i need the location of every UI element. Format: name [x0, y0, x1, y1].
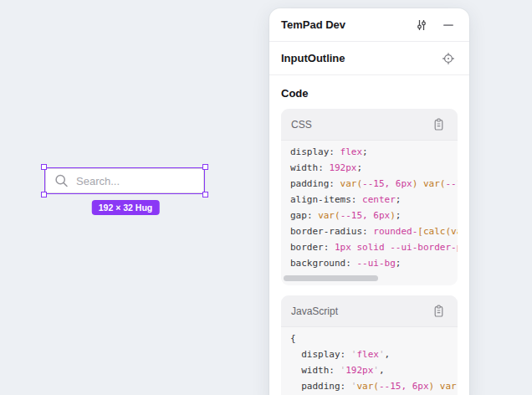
javascript-card-header: JavaScript	[281, 295, 458, 327]
css-code: display: flex;width: 192px;padding: var(…	[281, 141, 458, 273]
canvas-selection-box[interactable]	[44, 167, 205, 194]
component-name: InputOutline	[281, 52, 431, 64]
javascript-code: { display: 'flex', width: '192px', paddi…	[281, 327, 458, 395]
panel-body: Code CSS display: flex;width: 192px;padd…	[269, 75, 469, 395]
selection-handle-bottom-left[interactable]	[41, 192, 47, 198]
panel-title: TemPad Dev	[281, 18, 404, 31]
css-card-header: CSS	[281, 109, 458, 141]
search-input[interactable]	[45, 168, 204, 193]
selection-handle-top-right[interactable]	[202, 164, 208, 170]
selection-size-badge: 192 × 32 Hug	[92, 200, 160, 215]
selection-handle-bottom-right[interactable]	[202, 192, 208, 198]
target-icon[interactable]	[439, 49, 458, 68]
minimize-icon[interactable]	[439, 16, 458, 34]
javascript-card-label: JavaScript	[291, 305, 429, 317]
css-card-label: CSS	[291, 119, 429, 131]
css-code-card: CSS display: flex;width: 192px;padding: …	[281, 109, 458, 285]
copy-icon[interactable]	[429, 115, 448, 134]
selected-component-row: InputOutline	[269, 42, 469, 75]
code-section-title: Code	[281, 87, 458, 100]
copy-icon[interactable]	[429, 302, 448, 321]
panel-header: TemPad Dev	[269, 8, 469, 42]
tempad-dev-panel: TemPad Dev InputOutline	[269, 8, 469, 395]
javascript-code-card: JavaScript { display: 'flex', width: '19…	[281, 295, 458, 395]
horizontal-scrollbar	[284, 275, 454, 281]
sliders-icon[interactable]	[412, 16, 431, 34]
selection-handle-top-left[interactable]	[41, 164, 47, 170]
scrollbar-thumb[interactable]	[284, 275, 378, 281]
